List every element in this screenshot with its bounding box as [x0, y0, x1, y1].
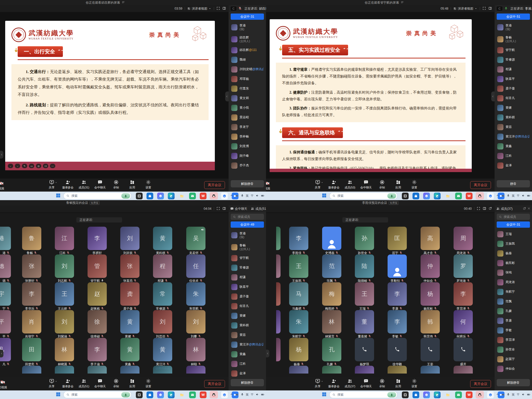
video-tile-partial[interactable] [355, 366, 374, 374]
video-tile-partial[interactable] [186, 366, 205, 374]
member-row[interactable]: 何非凡 [229, 301, 266, 311]
annotation-tool[interactable]: ▭ [29, 164, 34, 168]
tray-ime-indicator[interactable]: 英 [512, 393, 515, 397]
video-tile-partial[interactable] [153, 366, 172, 374]
video-tile[interactable]: 德 [0, 254, 11, 278]
member-row[interactable]: 黄健 [495, 103, 532, 113]
video-tile-partial[interactable] [388, 366, 407, 374]
video-tile-partial[interactable] [276, 310, 281, 333]
tray-ime-indicator[interactable]: 英 [512, 194, 515, 198]
video-tile-partial[interactable] [421, 366, 440, 374]
member-row[interactable]: 何非凡 [495, 93, 532, 103]
edge-icon[interactable] [434, 391, 441, 398]
annotation-tool[interactable]: ◎ [36, 164, 41, 168]
member-row[interactable]: 孙世全 [495, 345, 532, 354]
member-row[interactable]: 周龙涛 [495, 277, 532, 287]
video-tile[interactable] [388, 338, 407, 361]
member-row[interactable]: 龚子傲 [229, 292, 266, 301]
store-icon[interactable] [413, 193, 419, 199]
video-tile[interactable]: 平 [0, 310, 11, 333]
taskbar-search-input[interactable]: 搜索 [63, 192, 131, 199]
toolbar-apps-button[interactable]: 应用 [124, 378, 140, 388]
taskbar-app-mail[interactable] [454, 192, 463, 200]
tray-chevron-up-icon[interactable] [496, 393, 499, 397]
start-button[interactable] [322, 193, 327, 199]
in-meeting-count-button[interactable]: 会议中·31 [231, 14, 264, 20]
member-row[interactable]: 杨秦 [495, 248, 532, 258]
annotation-tool[interactable]: 13 [43, 164, 48, 168]
member-row[interactable]: 黄文韬 [229, 93, 266, 103]
layout-toggle-icon[interactable] [488, 6, 492, 11]
member-row[interactable]: 孔媛 [495, 306, 532, 316]
tray-chevron-up-icon[interactable] [230, 393, 233, 397]
member-row[interactable]: 常修源 [229, 263, 266, 272]
video-tile[interactable]: 港 [0, 227, 11, 250]
mic-muted-icon[interactable] [238, 6, 242, 11]
video-tile[interactable]: 林 [55, 338, 74, 361]
taskbar-app-explorer[interactable] [178, 192, 186, 200]
self-video-thumb[interactable]: C [230, 6, 237, 11]
member-search-input[interactable]: 搜索成员 [497, 214, 530, 220]
store-icon[interactable] [147, 391, 153, 398]
taskbar-app-explorer[interactable] [444, 192, 452, 200]
tray-battery-icon[interactable] [527, 393, 530, 397]
panel-tab-chat[interactable]: 会中聊天 [230, 207, 247, 211]
video-tile[interactable] [454, 338, 473, 361]
toolbar-chat-button[interactable]: 会中聊天 [358, 180, 374, 189]
member-row[interactable]: 王振凯 [495, 239, 532, 248]
member-row[interactable]: 闵子峰 [229, 151, 266, 161]
member-row[interactable]: 金泽 [229, 369, 266, 377]
tray-wifi-icon[interactable] [250, 393, 254, 397]
toolbar-settings-button[interactable]: 设置 [406, 378, 422, 388]
video-tile[interactable] [388, 254, 407, 278]
video-tile-partial[interactable] [88, 366, 107, 374]
video-tile[interactable]: 董 [355, 310, 374, 333]
video-tile[interactable]: 朱 [289, 310, 308, 333]
toolbar-invite-button[interactable]: 邀请参会 [326, 378, 342, 388]
fullscreen-icon[interactable] [216, 6, 220, 11]
taskbar-app-edge[interactable] [433, 192, 441, 200]
video-tile[interactable]: 黄 [120, 310, 139, 333]
member-row[interactable]: 黄琼 [495, 122, 532, 132]
member-row[interactable]: 江科 [229, 359, 266, 369]
video-tile[interactable]: 任 [186, 254, 205, 278]
video-tile[interactable]: 王 [355, 282, 374, 306]
member-row[interactable]: 黄健 [229, 311, 266, 320]
panel-collapse-handle[interactable] [225, 91, 229, 101]
store-icon[interactable] [147, 193, 153, 199]
edge-collapse-handle[interactable] [0, 350, 3, 357]
toolbar-members-button[interactable]: 成员(51) [76, 378, 92, 388]
layout-toggle-icon[interactable] [222, 207, 226, 211]
taskbar-app-store[interactable] [146, 192, 154, 200]
edge-collapse-handle[interactable] [0, 151, 3, 159]
video-tile[interactable]: 龚 [120, 282, 139, 306]
panel-popout-icon[interactable] [523, 207, 526, 211]
in-meeting-count-button[interactable]: 会议中·51 [497, 14, 530, 20]
member-search-input[interactable]: 搜索成员 [231, 214, 264, 220]
toolbar-share-button[interactable]: 共享 [310, 378, 326, 388]
taskbar-search-input[interactable]: 搜索 [63, 391, 131, 398]
fullscreen-icon[interactable] [482, 6, 486, 11]
member-row[interactable]: 耿嘉平 [229, 282, 266, 292]
video-tile[interactable]: 刘 [153, 310, 172, 333]
video-tile[interactable]: 范 [322, 254, 341, 278]
video-tile[interactable]: 马 [289, 282, 308, 306]
video-tile[interactable]: 宇 [0, 282, 11, 306]
mail-icon[interactable] [189, 193, 196, 199]
taskbar-app-mail[interactable] [188, 192, 197, 200]
explorer-icon[interactable] [178, 193, 185, 199]
video-tile-partial[interactable] [120, 366, 139, 374]
start-button[interactable] [56, 392, 61, 398]
member-row[interactable]: 黄琼 [229, 330, 266, 340]
toolbar-members-button[interactable]: 成员(31) [76, 180, 92, 189]
toolbar-share-button[interactable]: 共享 [44, 180, 60, 189]
taskbar-app-wps[interactable]: W [199, 391, 207, 398]
share-caret-icon[interactable] [55, 181, 57, 184]
in-meeting-count-button[interactable]: 会议中·31 [497, 221, 530, 228]
search-highlight-thumbnail[interactable] [387, 392, 396, 397]
video-tile[interactable] [421, 338, 440, 361]
taskbar-app-store[interactable] [412, 192, 420, 200]
taskbar-app-photos[interactable] [135, 391, 143, 398]
taskbar-app-wps[interactable]: W [465, 192, 473, 200]
member-row[interactable]: 管宇航 [229, 253, 266, 263]
